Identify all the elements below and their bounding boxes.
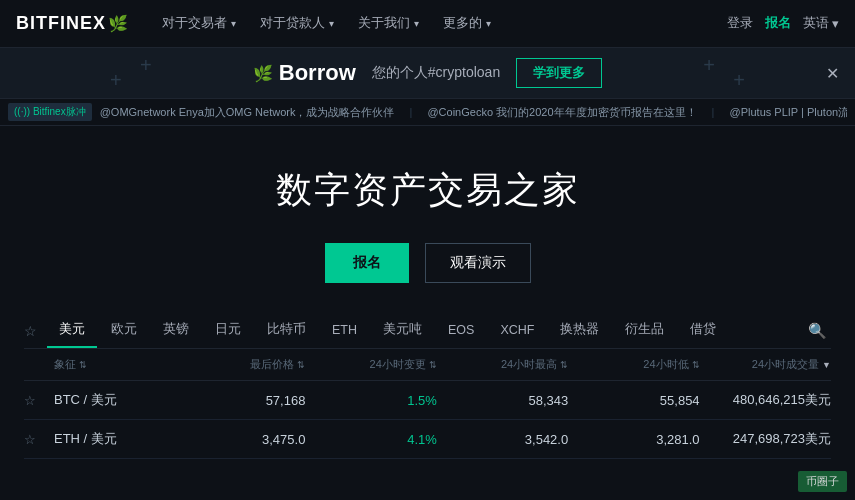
register-button[interactable]: 报名 xyxy=(765,15,791,32)
row-symbol[interactable]: ETH / 美元 xyxy=(54,430,174,448)
col-high-24h[interactable]: 24小时最高 ⇅ xyxy=(437,357,568,372)
row-high: 58,343 xyxy=(437,393,568,408)
sort-icon: ⇅ xyxy=(429,360,437,370)
watermark: 币圈子 xyxy=(798,471,847,492)
market-tabs: ☆ 美元 欧元 英镑 日元 比特币 ETH 美元吨 EOS XCHF 换热器 衍… xyxy=(24,313,831,349)
banner-brand-name: Borrow xyxy=(279,60,356,86)
ticker-strip: ((·)) Bitfinex脉冲 @OMGnetwork Enya加入OMG N… xyxy=(0,98,855,126)
tab-usdt[interactable]: 美元吨 xyxy=(371,313,434,348)
row-star[interactable]: ☆ xyxy=(24,432,54,447)
row-low: 55,854 xyxy=(568,393,699,408)
col-symbol[interactable]: 象征 ⇅ xyxy=(54,357,174,372)
banner-tagline: 您的个人#cryptoloan xyxy=(372,64,500,82)
table-header: 象征 ⇅ 最后价格 ⇅ 24小时变更 ⇅ 24小时最高 ⇅ 24小时低 ⇅ 24… xyxy=(24,349,831,381)
sort-icon: ⇅ xyxy=(79,360,87,370)
nav-item-traders[interactable]: 对于交易者 ▾ xyxy=(152,9,246,38)
nav-links: 对于交易者 ▾ 对于贷款人 ▾ 关于我们 ▾ 更多的 ▾ xyxy=(152,9,727,38)
ticker-item: @CoinGecko 我们的2020年年度加密货币报告在这里！ xyxy=(427,106,696,118)
ticker-badge: ((·)) Bitfinex脉冲 xyxy=(8,103,92,121)
favorites-tab-icon[interactable]: ☆ xyxy=(24,323,37,339)
logo[interactable]: BITFINEX 🌿 xyxy=(16,13,128,34)
row-star[interactable]: ☆ xyxy=(24,393,54,408)
table-row: ☆ BTC / 美元 57,168 1.5% 58,343 55,854 480… xyxy=(24,381,831,420)
favorite-icon[interactable]: ☆ xyxy=(24,432,36,447)
tab-btc[interactable]: 比特币 xyxy=(255,313,318,348)
tab-derivatives[interactable]: 衍生品 xyxy=(613,313,676,348)
close-icon[interactable]: ✕ xyxy=(826,64,839,83)
logo-text: BITFINEX xyxy=(16,13,106,34)
row-high: 3,542.0 xyxy=(437,432,568,447)
signup-button[interactable]: 报名 xyxy=(325,243,409,283)
tab-swap[interactable]: 换热器 xyxy=(548,313,611,348)
nav-item-lenders[interactable]: 对于贷款人 ▾ xyxy=(250,9,344,38)
tab-jpy[interactable]: 日元 xyxy=(203,313,253,348)
tab-lending[interactable]: 借贷 xyxy=(678,313,728,348)
row-change: 1.5% xyxy=(305,393,436,408)
sort-icon: ⇅ xyxy=(560,360,568,370)
tab-xchf[interactable]: XCHF xyxy=(488,315,546,347)
row-volume: 247,698,723美元 xyxy=(700,430,831,448)
row-last-price: 3,475.0 xyxy=(174,432,305,447)
col-star xyxy=(24,357,54,372)
row-change: 4.1% xyxy=(305,432,436,447)
banner-leaf-icon: 🌿 xyxy=(253,64,273,83)
chevron-down-icon: ▾ xyxy=(231,18,236,29)
hero-buttons: 报名 观看演示 xyxy=(325,243,531,283)
nav-item-more[interactable]: 更多的 ▾ xyxy=(433,9,501,38)
nav-right: 登录 报名 英语 ▾ xyxy=(727,15,839,32)
ticker-content: @OMGnetwork Enya加入OMG Network，成为战略合作伙伴 |… xyxy=(100,105,847,120)
navbar: BITFINEX 🌿 对于交易者 ▾ 对于贷款人 ▾ 关于我们 ▾ 更多的 ▾ … xyxy=(0,0,855,48)
tab-eur[interactable]: 欧元 xyxy=(99,313,149,348)
market-section: ☆ 美元 欧元 英镑 日元 比特币 ETH 美元吨 EOS XCHF 换热器 衍… xyxy=(0,313,855,459)
login-button[interactable]: 登录 xyxy=(727,15,753,32)
sort-icon: ⇅ xyxy=(692,360,700,370)
row-last-price: 57,168 xyxy=(174,393,305,408)
col-change-24h[interactable]: 24小时变更 ⇅ xyxy=(305,357,436,372)
sort-icon: ▼ xyxy=(822,360,831,370)
chevron-down-icon: ▾ xyxy=(486,18,491,29)
row-symbol[interactable]: BTC / 美元 xyxy=(54,391,174,409)
sort-icon: ⇅ xyxy=(297,360,305,370)
favorite-icon[interactable]: ☆ xyxy=(24,393,36,408)
nav-item-about[interactable]: 关于我们 ▾ xyxy=(348,9,429,38)
language-selector[interactable]: 英语 ▾ xyxy=(803,15,839,32)
banner-brand: 🌿 Borrow xyxy=(253,60,356,86)
logo-leaf-icon: 🌿 xyxy=(108,14,128,33)
promo-banner: + + + + 🌿 Borrow 您的个人#cryptoloan 学到更多 ✕ xyxy=(0,48,855,98)
col-volume-24h[interactable]: 24小时成交量 ▼ xyxy=(700,357,831,372)
tab-eth[interactable]: ETH xyxy=(320,315,369,347)
search-icon[interactable]: 🔍 xyxy=(804,314,831,348)
decorative-plus: + xyxy=(703,54,715,77)
ticker-item: @OMGnetwork Enya加入OMG Network，成为战略合作伙伴 xyxy=(100,106,395,118)
tab-gbp[interactable]: 英镑 xyxy=(151,313,201,348)
banner-learn-more-button[interactable]: 学到更多 xyxy=(516,58,602,88)
col-last-price[interactable]: 最后价格 ⇅ xyxy=(174,357,305,372)
tab-eos[interactable]: EOS xyxy=(436,315,486,347)
ticker-item: @Plutus PLIP | Pluton流动 xyxy=(730,106,847,118)
hero-title: 数字资产交易之家 xyxy=(276,166,580,215)
decorative-plus: + xyxy=(733,69,745,92)
market-table: 象征 ⇅ 最后价格 ⇅ 24小时变更 ⇅ 24小时最高 ⇅ 24小时低 ⇅ 24… xyxy=(24,349,831,459)
row-volume: 480,646,215美元 xyxy=(700,391,831,409)
chevron-down-icon: ▾ xyxy=(832,16,839,31)
demo-button[interactable]: 观看演示 xyxy=(425,243,531,283)
tab-usd[interactable]: 美元 xyxy=(47,313,97,348)
decorative-plus: + xyxy=(110,69,122,92)
row-low: 3,281.0 xyxy=(568,432,699,447)
hero-section: 数字资产交易之家 报名 观看演示 xyxy=(0,126,855,313)
chevron-down-icon: ▾ xyxy=(414,18,419,29)
chevron-down-icon: ▾ xyxy=(329,18,334,29)
table-row: ☆ ETH / 美元 3,475.0 4.1% 3,542.0 3,281.0 … xyxy=(24,420,831,459)
col-low-24h[interactable]: 24小时低 ⇅ xyxy=(568,357,699,372)
decorative-plus: + xyxy=(140,54,152,77)
